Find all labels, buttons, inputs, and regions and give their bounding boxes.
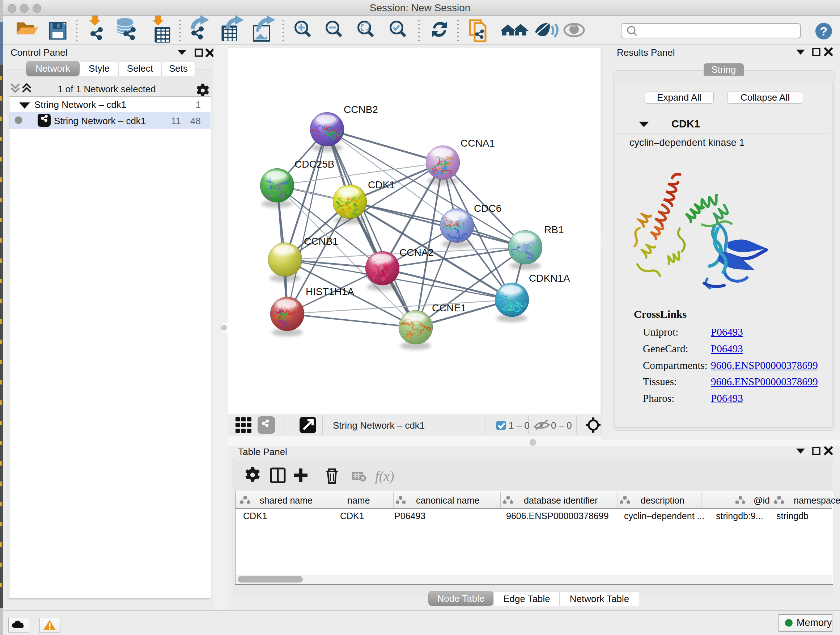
svg-text:CDKN1A: CDKN1A [529, 272, 570, 284]
svg-text:CDC6: CDC6 [474, 203, 501, 214]
svg-text:CCNE1: CCNE1 [432, 302, 466, 314]
svg-text:RB1: RB1 [544, 224, 564, 235]
svg-text:HIST1H1A: HIST1H1A [306, 286, 354, 297]
svg-text:CCNB2: CCNB2 [344, 104, 378, 115]
svg-text:CDK1: CDK1 [368, 179, 395, 190]
svg-text:CCNA1: CCNA1 [461, 138, 495, 149]
svg-text:f(x): f(x) [375, 469, 394, 484]
svg-text:?: ? [820, 24, 828, 38]
svg-text:CDC25B: CDC25B [294, 158, 334, 170]
svg-text:CCNA2: CCNA2 [399, 247, 434, 258]
svg-text:CCNB1: CCNB1 [304, 236, 338, 247]
